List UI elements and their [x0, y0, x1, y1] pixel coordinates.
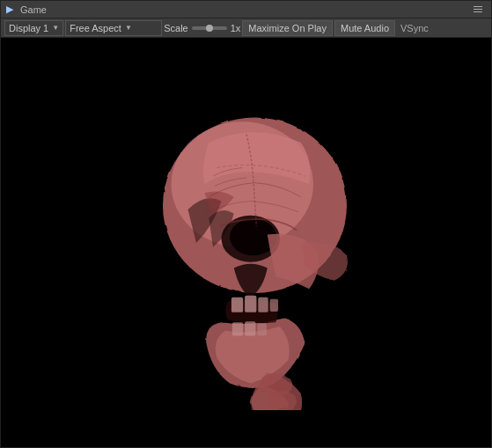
aspect-label: Free Aspect: [70, 23, 121, 33]
svg-rect-8: [231, 322, 242, 335]
vsync-label: VSync: [397, 23, 432, 33]
title-bar: ▶ Game: [1, 1, 491, 18]
maximize-on-play-button[interactable]: Maximize On Play: [242, 20, 333, 36]
svg-rect-10: [257, 323, 266, 335]
aspect-chevron-icon: ▼: [125, 24, 132, 32]
toolbar: Display 1 ▼ Free Aspect ▼ Scale 1x Maxim…: [1, 18, 491, 38]
scale-label: Scale: [164, 23, 188, 33]
svg-rect-9: [245, 321, 255, 335]
svg-rect-5: [245, 295, 256, 312]
window-title: Game: [20, 4, 470, 15]
skull-render: [79, 76, 414, 410]
svg-rect-6: [258, 297, 268, 312]
scale-control: Scale 1x: [164, 23, 240, 33]
display-select[interactable]: Display 1 ▼: [4, 20, 63, 36]
mute-audio-button[interactable]: Mute Audio: [334, 20, 395, 36]
maximize-label: Maximize On Play: [248, 23, 327, 33]
game-window: ▶ Game Display 1 ▼ Free Aspect ▼ Scale 1…: [0, 0, 492, 448]
svg-rect-4: [231, 297, 242, 312]
window-menu-button[interactable]: [474, 4, 486, 16]
skull-svg: [79, 76, 414, 410]
display-label: Display 1: [9, 23, 48, 33]
game-viewport[interactable]: [1, 38, 491, 447]
scale-value: 1x: [231, 23, 241, 33]
scale-slider[interactable]: [192, 26, 227, 30]
mute-label: Mute Audio: [341, 23, 389, 33]
svg-rect-7: [269, 298, 278, 311]
game-icon: ▶: [6, 4, 17, 15]
display-chevron-icon: ▼: [52, 24, 59, 32]
scale-thumb: [206, 25, 213, 32]
aspect-select[interactable]: Free Aspect ▼: [65, 20, 162, 36]
